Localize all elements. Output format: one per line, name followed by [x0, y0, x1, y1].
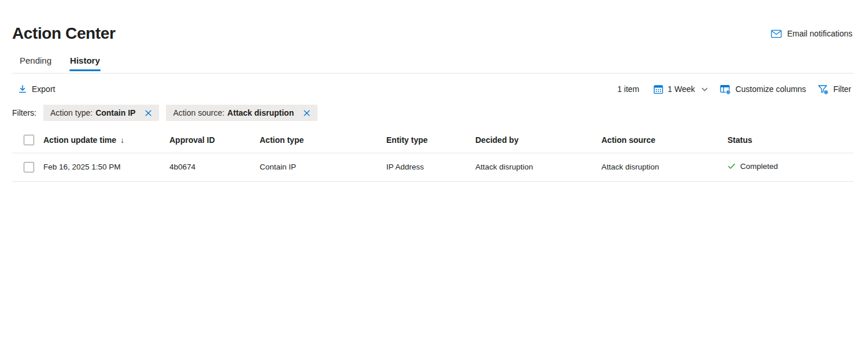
email-notifications-button[interactable]: Email notifications: [770, 27, 854, 40]
tab-bar: Pending History: [19, 53, 854, 72]
customize-columns-button[interactable]: Customize columns: [718, 82, 808, 97]
customize-columns-label: Customize columns: [736, 84, 806, 94]
email-notifications-label: Email notifications: [787, 29, 852, 38]
filter-chip-value: Contain IP: [95, 108, 135, 117]
column-header-action-type[interactable]: Action type: [260, 127, 386, 153]
filters-row: Filters: Action type: Contain IP Action …: [12, 105, 854, 121]
select-all-checkbox[interactable]: [24, 135, 34, 145]
filters-label: Filters:: [12, 108, 36, 117]
email-icon: [771, 30, 782, 38]
column-header-action-update-time[interactable]: Action update time ↓: [43, 127, 169, 153]
column-header-action-source[interactable]: Action source: [601, 127, 727, 153]
tab-pending[interactable]: Pending: [19, 53, 52, 72]
time-range-dropdown[interactable]: 1 Week: [651, 82, 711, 97]
column-header-entity-type[interactable]: Entity type: [386, 127, 475, 153]
cell-action-source: Attack disruption: [601, 153, 727, 181]
customize-columns-icon: [720, 84, 731, 95]
cell-approval-id: 4b0674: [169, 153, 260, 181]
column-header-decided-by[interactable]: Decided by: [475, 127, 601, 153]
status-label: Completed: [740, 162, 778, 171]
column-header-approval-id[interactable]: Approval ID: [169, 127, 260, 153]
cell-action-type: Contain IP: [260, 153, 386, 181]
filter-chip-action-type[interactable]: Action type: Contain IP: [43, 105, 159, 121]
download-icon: [18, 84, 27, 94]
filter-chip-field: Action source:: [173, 108, 224, 117]
history-table: Action update time ↓ Approval ID Action …: [12, 127, 854, 182]
page-title: Action Center: [12, 23, 115, 44]
filter-chip-field: Action type:: [50, 108, 93, 117]
cell-decided-by: Attack disruption: [475, 153, 601, 181]
page-header: Action Center Email notifications: [12, 23, 854, 44]
chevron-down-icon: [701, 86, 708, 93]
tab-history[interactable]: History: [69, 53, 101, 72]
filter-button[interactable]: Filter: [815, 82, 854, 97]
row-checkbox[interactable]: [24, 162, 34, 172]
calendar-icon: [653, 84, 663, 94]
close-icon[interactable]: [303, 109, 311, 117]
close-icon[interactable]: [145, 109, 152, 117]
checkmark-icon: [727, 162, 736, 170]
cell-status: Completed: [727, 153, 854, 181]
table-row[interactable]: Feb 16, 2025 1:50 PM 4b0674 Contain IP I…: [12, 153, 854, 181]
filter-icon: [818, 84, 829, 95]
action-center-page: Action Center Email notifications Pendin…: [0, 23, 868, 182]
filter-chip-action-source[interactable]: Action source: Attack disruption: [166, 105, 317, 121]
column-header-status[interactable]: Status: [727, 127, 854, 153]
filter-chip-value: Attack disruption: [227, 108, 294, 117]
toolbar-left: Export: [16, 82, 57, 96]
cell-entity-type: IP Address: [386, 153, 475, 181]
toolbar: Export 1 item 1 Week: [12, 73, 854, 105]
sort-descending-icon: ↓: [120, 135, 124, 145]
cell-action-update-time: Feb 16, 2025 1:50 PM: [43, 153, 169, 181]
status-badge: Completed: [727, 162, 778, 171]
export-button[interactable]: Export: [16, 82, 57, 96]
toolbar-right: 1 item 1 Week: [617, 82, 854, 97]
table-header-row: Action update time ↓ Approval ID Action …: [12, 127, 854, 153]
time-range-value: 1 Week: [668, 84, 695, 94]
item-count: 1 item: [617, 84, 639, 94]
export-label: Export: [32, 84, 55, 94]
filter-label: Filter: [833, 84, 851, 94]
